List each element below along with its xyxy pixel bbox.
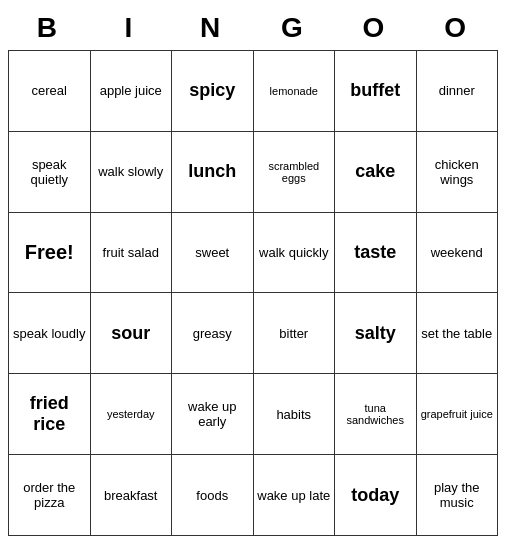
cell-r2-c2: sweet bbox=[172, 212, 254, 293]
cell-r0-c3: lemonade bbox=[253, 51, 335, 132]
bingo-grid: cerealapple juicespicylemonadebuffetdinn… bbox=[8, 50, 498, 536]
cell-r5-c3: wake up late bbox=[253, 455, 335, 536]
cell-r4-c0: fried rice bbox=[9, 374, 91, 455]
cell-r3-c0: speak loudly bbox=[9, 293, 91, 374]
cell-r1-c1: walk slowly bbox=[90, 131, 172, 212]
title-letter-b: B bbox=[9, 12, 89, 44]
cell-r4-c4: tuna sandwiches bbox=[335, 374, 417, 455]
title-letter-i: I bbox=[90, 12, 170, 44]
cell-r3-c1: sour bbox=[90, 293, 172, 374]
cell-r5-c0: order the pizza bbox=[9, 455, 91, 536]
cell-r2-c3: walk quickly bbox=[253, 212, 335, 293]
cell-r1-c2: lunch bbox=[172, 131, 254, 212]
cell-r4-c5: grapefruit juice bbox=[416, 374, 498, 455]
cell-r4-c3: habits bbox=[253, 374, 335, 455]
cell-r0-c2: spicy bbox=[172, 51, 254, 132]
title-letter-n: N bbox=[172, 12, 252, 44]
cell-r2-c5: weekend bbox=[416, 212, 498, 293]
cell-r1-c0: speak quietly bbox=[9, 131, 91, 212]
cell-r2-c4: taste bbox=[335, 212, 417, 293]
cell-r0-c0: cereal bbox=[9, 51, 91, 132]
cell-r1-c4: cake bbox=[335, 131, 417, 212]
cell-r2-c1: fruit salad bbox=[90, 212, 172, 293]
cell-r1-c5: chicken wings bbox=[416, 131, 498, 212]
title-letter-g: G bbox=[254, 12, 334, 44]
cell-r0-c5: dinner bbox=[416, 51, 498, 132]
title-letter-o1: O bbox=[335, 12, 415, 44]
cell-r3-c5: set the table bbox=[416, 293, 498, 374]
cell-r3-c4: salty bbox=[335, 293, 417, 374]
cell-r4-c2: wake up early bbox=[172, 374, 254, 455]
cell-r5-c5: play the music bbox=[416, 455, 498, 536]
cell-r5-c4: today bbox=[335, 455, 417, 536]
cell-r2-c0: Free! bbox=[9, 212, 91, 293]
cell-r4-c1: yesterday bbox=[90, 374, 172, 455]
cell-r3-c3: bitter bbox=[253, 293, 335, 374]
title-letter-o2: O bbox=[417, 12, 497, 44]
cell-r5-c2: foods bbox=[172, 455, 254, 536]
cell-r0-c1: apple juice bbox=[90, 51, 172, 132]
cell-r5-c1: breakfast bbox=[90, 455, 172, 536]
bingo-title: B I N G O O bbox=[8, 8, 498, 50]
cell-r1-c3: scrambled eggs bbox=[253, 131, 335, 212]
cell-r3-c2: greasy bbox=[172, 293, 254, 374]
cell-r0-c4: buffet bbox=[335, 51, 417, 132]
